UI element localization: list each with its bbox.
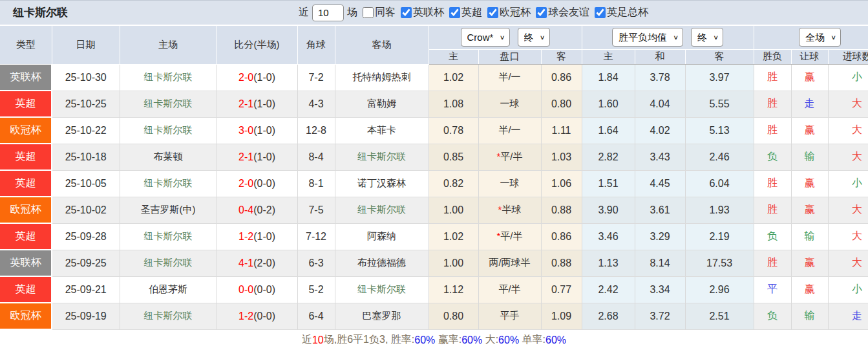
odds-home-cell: 1.00 xyxy=(429,197,478,223)
filter-label-4[interactable]: 球会友谊 xyxy=(548,6,589,17)
filter-checkbox-5[interactable] xyxy=(595,7,606,18)
odds-home-cell: 0.82 xyxy=(429,170,478,197)
scope-select[interactable]: 全场 xyxy=(799,28,841,47)
filter-label-3[interactable]: 欧冠杯 xyxy=(500,6,531,17)
away-team: 富勒姆 xyxy=(335,91,429,117)
handicap-text: 平手 xyxy=(500,310,520,321)
handicap-result-cell: 赢 xyxy=(791,197,828,223)
match-date: 25-10-18 xyxy=(52,144,120,170)
goals-result-cell: 小 xyxy=(828,170,868,197)
recent-label: 近 xyxy=(299,6,309,19)
odds-source-select[interactable]: Crow* xyxy=(461,28,510,47)
avg-home-cell: 2.68 xyxy=(582,303,635,329)
corners-cell: 8-4 xyxy=(297,144,335,170)
handicap-cell: *平/半 xyxy=(478,223,541,250)
handicap-result-cell: 赢 xyxy=(791,117,828,144)
away-team-name: 纽卡斯尔联 xyxy=(357,151,406,162)
halftime-score: (1-0) xyxy=(253,231,275,242)
score-cell: 1-2(0-0) xyxy=(217,303,297,329)
avg-draw-cell: 3.43 xyxy=(635,144,685,170)
away-team: 本菲卡 xyxy=(335,117,429,144)
match-date: 25-09-19 xyxy=(52,303,120,329)
handicap-text: 半球 xyxy=(502,204,521,215)
summary-segment-6: 大: xyxy=(482,333,498,347)
sub-header-avg-home: 主 xyxy=(582,49,635,64)
score-cell: 2-0(1-0) xyxy=(217,64,297,91)
score-cell: 4-1(2-0) xyxy=(217,250,297,276)
match-row: 欧冠杯25-10-22纽卡斯尔联3-0(1-0)12-8本菲卡0.78半/一1.… xyxy=(0,117,868,144)
filter-checkbox-1[interactable] xyxy=(401,7,412,18)
away-team: 纽卡斯尔联 xyxy=(335,197,429,223)
goals-result-cell: 大 xyxy=(828,250,868,276)
corners-cell: 6-4 xyxy=(297,303,335,329)
col-header-corners: 角球 xyxy=(297,26,335,64)
filter-checkbox-3[interactable] xyxy=(487,7,498,18)
match-history-panel: 纽卡斯尔联 近 10 场 同客英联杯英超欧冠杯球会友谊英足总杯 类型 日期 主场… xyxy=(0,0,868,350)
corners-cell: 6-3 xyxy=(297,250,335,276)
away-team: 诺丁汉森林 xyxy=(335,170,429,197)
result-outcome-cell: 负 xyxy=(754,144,791,170)
filter-checkbox-4[interactable] xyxy=(536,7,547,18)
avg-draw-cell: 3.72 xyxy=(635,303,685,329)
away-team-name: 纽卡斯尔联 xyxy=(357,283,406,294)
odds-home-cell: 1.02 xyxy=(429,64,478,91)
match-row: 英超25-09-21伯恩茅斯0-0(0-0)5-2纽卡斯尔联1.12平/半0.7… xyxy=(0,276,868,303)
away-team: 纽卡斯尔联 xyxy=(335,144,429,170)
halftime-score: (1-0) xyxy=(253,72,275,83)
handicap-cell: *平/半 xyxy=(478,144,541,170)
handicap-text: 平/半 xyxy=(500,151,522,162)
home-team-name: 伯恩茅斯 xyxy=(149,283,187,294)
summary-segment-4: 赢率: xyxy=(435,333,461,347)
away-team-name: 托特纳姆热刺 xyxy=(353,71,411,82)
match-type-badge: 英超 xyxy=(0,91,52,117)
filter-label-1[interactable]: 英联杯 xyxy=(413,6,444,17)
fulltime-score: 2-0 xyxy=(238,72,253,83)
filter-label-5[interactable]: 英足总杯 xyxy=(607,6,648,17)
match-date: 25-09-28 xyxy=(52,223,120,250)
match-type-badge: 英超 xyxy=(0,223,52,250)
avg-away-cell: 2.96 xyxy=(685,276,754,303)
avg-stage-select[interactable]: 终 xyxy=(691,28,723,47)
halftime-score: (0-0) xyxy=(253,178,275,189)
avg-home-cell: 3.46 xyxy=(582,223,635,250)
filter-checkbox-2[interactable] xyxy=(449,7,460,18)
summary-footer: 近10场,胜6平1负3, 胜率:60% 赢率:60% 大:60% 单率:60% xyxy=(0,330,868,350)
avg-away-cell: 5.13 xyxy=(685,117,754,144)
score-cell: 2-1(1-0) xyxy=(217,91,297,117)
home-team: 纽卡斯尔联 xyxy=(120,250,217,276)
avg-select[interactable]: 胜平负均值 xyxy=(612,28,683,47)
avg-draw-cell: 3.34 xyxy=(635,276,685,303)
filter-label-2[interactable]: 英超 xyxy=(461,6,482,17)
match-date: 25-09-21 xyxy=(52,276,120,303)
result-outcome-cell: 负 xyxy=(754,223,791,250)
avg-select-wrap: 胜平负均值 xyxy=(612,28,683,47)
match-date: 25-10-30 xyxy=(52,64,120,91)
recent-count-select[interactable]: 10 xyxy=(312,5,344,21)
handicap-cell: 半/一 xyxy=(478,117,541,144)
col-header-away: 客场 xyxy=(335,26,429,64)
handicap-result-cell: 输 xyxy=(791,303,828,329)
odds-home-cell: 0.80 xyxy=(429,303,478,329)
filter-label-0[interactable]: 同客 xyxy=(375,6,396,17)
match-date: 25-10-25 xyxy=(52,91,120,117)
home-team-name: 纽卡斯尔联 xyxy=(144,124,193,135)
avg-draw-cell: 4.45 xyxy=(635,170,685,197)
corners-cell: 7-5 xyxy=(297,197,335,223)
match-date: 25-09-25 xyxy=(52,250,120,276)
corners-cell: 8-1 xyxy=(297,170,335,197)
home-team: 纽卡斯尔联 xyxy=(120,223,217,250)
avg-draw-cell: 3.61 xyxy=(635,197,685,223)
handicap-cell: 平手 xyxy=(478,303,541,329)
goals-result-cell: 小 xyxy=(828,64,868,91)
avg-home-cell: 1.13 xyxy=(582,250,635,276)
avg-stage-select-wrap: 终 xyxy=(691,28,723,47)
away-team-name: 纽卡斯尔联 xyxy=(357,204,406,215)
handicap-result-cell: 输 xyxy=(791,223,828,250)
match-row: 欧冠杯25-09-19纽卡斯尔联1-2(0-0)6-4巴塞罗那0.80平手1.0… xyxy=(0,303,868,329)
goals-result-cell: 大 xyxy=(828,91,868,117)
odds-stage-select[interactable]: 终 xyxy=(518,28,550,47)
home-team-name: 圣吉罗斯(中) xyxy=(141,204,196,215)
odds-away-cell: 0.88 xyxy=(541,197,582,223)
filter-checkbox-0[interactable] xyxy=(363,7,374,18)
match-table: 类型 日期 主场 比分(半场) 角球 客场 Crow* 终 胜平负均值 终 xyxy=(0,26,868,330)
